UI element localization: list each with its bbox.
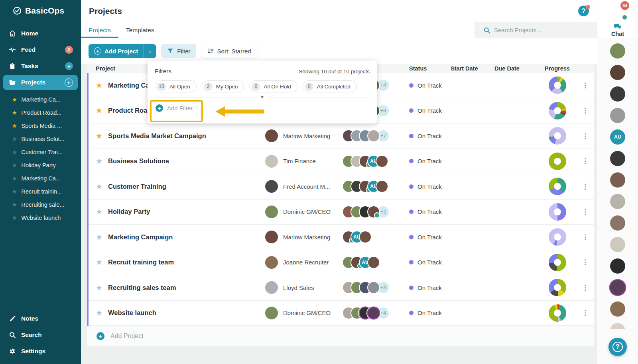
sidebar-item-notes[interactable]: Notes	[3, 311, 78, 326]
star-icon[interactable]: ★	[96, 182, 102, 191]
star-icon[interactable]: ★	[96, 157, 102, 166]
lead-avatar[interactable]	[265, 231, 278, 243]
row-menu-button[interactable]: ⋮	[576, 309, 594, 317]
row-menu-button[interactable]: ⋮	[576, 106, 594, 115]
row-menu-button[interactable]: ⋮	[576, 81, 594, 90]
sidebar-project-item[interactable]: ★Product Road...	[0, 106, 81, 119]
team-avatar[interactable]	[368, 282, 379, 293]
sidebar-item-home[interactable]: Home	[3, 26, 78, 41]
chat-avatar[interactable]	[610, 172, 625, 188]
team-avatar[interactable]	[368, 257, 379, 268]
team-avatar[interactable]	[368, 307, 379, 319]
row-menu-button[interactable]: ⋮	[576, 233, 594, 241]
lead-avatar[interactable]	[265, 307, 278, 319]
chat-avatar[interactable]	[610, 215, 625, 231]
chat-avatar[interactable]	[610, 301, 625, 317]
add-project-quick-button[interactable]: +	[65, 78, 73, 87]
tab-templates[interactable]: Templates	[118, 22, 162, 38]
sidebar-project-item[interactable]: ★Holiday Party	[0, 159, 81, 172]
row-menu-button[interactable]: ⋮	[576, 284, 594, 292]
sidebar-item-search[interactable]: Search	[3, 327, 78, 342]
sidebar-item-feed[interactable]: Feed2	[3, 42, 78, 57]
project-name[interactable]: Recruit training team	[108, 258, 174, 266]
lead-avatar[interactable]	[265, 155, 278, 168]
star-icon[interactable]: ★	[96, 258, 102, 267]
table-row[interactable]: ★Recruiting sales teamLloyd Sales+3On Tr…	[89, 275, 594, 301]
filter-pill-my-open[interactable]: 2My Open	[202, 80, 244, 92]
star-icon[interactable]: ★	[96, 283, 102, 292]
sidebar-project-item[interactable]: ★Marketing Ca...	[0, 172, 81, 185]
sidebar-item-projects[interactable]: Projects+	[3, 75, 78, 90]
team-extra-count[interactable]: +4	[378, 307, 389, 319]
brand[interactable]: BasicOps	[0, 0, 81, 21]
chat-avatar[interactable]: AU	[610, 129, 625, 145]
chat-avatar[interactable]	[610, 151, 625, 166]
table-row[interactable]: ★Marketing CampaignMarlow MarketingAUOn …	[89, 225, 594, 250]
add-filter-button[interactable]: + Add Filter	[156, 104, 370, 112]
chat-avatar[interactable]	[610, 280, 625, 295]
star-icon[interactable]: ★	[96, 81, 102, 90]
chat-avatar[interactable]	[610, 108, 625, 123]
table-row[interactable]: ★Website launchDominic GM/CEO+4On Track⋮	[89, 301, 594, 326]
row-menu-button[interactable]: ⋮	[576, 182, 594, 191]
project-name[interactable]: Holiday Party	[108, 208, 150, 215]
team-avatar[interactable]	[360, 231, 371, 243]
chat-avatar[interactable]	[610, 65, 625, 80]
showing-count-link[interactable]: Showing 10 out of 10 projects	[299, 68, 370, 74]
table-row[interactable]: ★Sports Media Market CampaignMarlow Mark…	[89, 123, 594, 149]
project-name[interactable]: Website launch	[108, 309, 156, 317]
team-avatar[interactable]	[376, 156, 388, 167]
chat-avatar[interactable]	[610, 86, 625, 102]
project-name[interactable]: Recruiting sales team	[108, 284, 176, 292]
add-project-button[interactable]: +Add Project ⌄	[89, 44, 156, 58]
row-menu-button[interactable]: ⋮	[576, 207, 594, 216]
star-icon[interactable]: ★	[96, 233, 102, 242]
sidebar-project-item[interactable]: ★Recruit trainin...	[0, 185, 81, 198]
chat-avatar[interactable]	[610, 237, 625, 252]
chat-avatar[interactable]	[610, 43, 625, 59]
row-menu-button[interactable]: ⋮	[576, 157, 594, 165]
star-icon[interactable]: ★	[96, 106, 102, 115]
star-icon[interactable]: ★	[96, 308, 102, 317]
filter-pill-all-open[interactable]: 10All Open	[155, 80, 197, 92]
search-input[interactable]: Search Projects...	[475, 22, 597, 38]
sidebar-project-item[interactable]: ★Website launch	[0, 211, 81, 224]
team-avatar[interactable]	[376, 181, 388, 192]
help-button[interactable]: ?	[608, 338, 627, 356]
lead-avatar[interactable]	[265, 256, 278, 269]
help-notification-icon[interactable]: ?	[578, 6, 589, 16]
sort-button[interactable]: Sort: Starred	[201, 44, 257, 58]
row-menu-button[interactable]: ⋮	[576, 258, 594, 266]
project-name[interactable]: Sports Media Market Campaign	[108, 132, 206, 140]
lead-avatar[interactable]	[265, 180, 278, 193]
team-avatar[interactable]	[368, 206, 379, 217]
sidebar-project-item[interactable]: ★Recruiting sale...	[0, 198, 81, 211]
add-project-row[interactable]: + Add Project	[87, 326, 594, 347]
project-name[interactable]: Marketing Ca	[108, 82, 150, 89]
team-extra-count[interactable]: +6	[378, 105, 389, 116]
sidebar-project-item[interactable]: ★Marketing Ca...	[0, 93, 81, 106]
add-task-button[interactable]: +	[65, 62, 73, 70]
chat-avatar[interactable]	[610, 323, 625, 329]
team-avatar[interactable]	[368, 130, 379, 141]
filter-pill-all-on-hold[interactable]: 0All On Hold	[249, 80, 297, 92]
table-row[interactable]: ★Customer TrainingFred Account M...AUOn …	[89, 174, 594, 200]
add-project-caret[interactable]: ⌄	[144, 44, 156, 58]
project-name[interactable]: Marketing Campaign	[108, 233, 173, 241]
chat-toggle[interactable]: Chat	[597, 22, 638, 38]
filter-pill-all-completed[interactable]: 0All Completed	[303, 80, 357, 92]
filter-button[interactable]: Filter	[161, 44, 196, 58]
sidebar-project-item[interactable]: ★Sports Media ...	[0, 119, 81, 132]
star-icon[interactable]: ★	[96, 207, 102, 216]
chat-avatar[interactable]	[610, 258, 625, 274]
project-name[interactable]: Product Roa	[108, 107, 147, 114]
sidebar-project-item[interactable]: ★Business Solut...	[0, 132, 81, 145]
lead-avatar[interactable]	[265, 205, 278, 218]
project-name[interactable]: Customer Training	[108, 183, 166, 190]
tab-projects[interactable]: Projects	[81, 22, 118, 38]
team-extra-count[interactable]: +7	[378, 130, 389, 141]
team-extra-count[interactable]: +4	[378, 80, 389, 91]
table-row[interactable]: ★Business SolutionsTim FinanceAUOn Track…	[89, 149, 594, 174]
lead-avatar[interactable]	[265, 129, 278, 142]
current-user-avatar[interactable]: 34	[610, 4, 625, 19]
